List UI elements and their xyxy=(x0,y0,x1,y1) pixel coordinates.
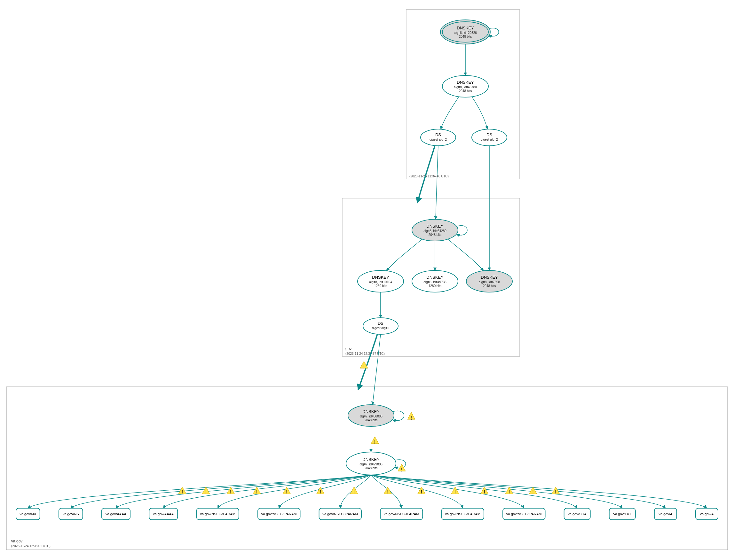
svg-text:!: ! xyxy=(256,490,257,495)
zone-ts-va: (2023-11-24 12:38:01 UTC) xyxy=(11,544,51,548)
rrset-label: va.gov/AAAA xyxy=(153,512,174,516)
node-gov-zsk1[interactable]: DNSKEY alg=8, id=10104 1280 bits xyxy=(357,270,404,292)
svg-text:2048 bits: 2048 bits xyxy=(459,35,472,38)
svg-text:!: ! xyxy=(401,467,402,472)
rrset-label: va.gov/NS xyxy=(63,512,79,516)
node-gov-zsk3[interactable]: DNSKEY alg=8, id=7698 2048 bits xyxy=(466,270,512,292)
node-root-ds2[interactable]: DS digest alg=2 xyxy=(472,129,507,146)
rrset-label: va.gov/NSEC3PARAM xyxy=(506,512,542,516)
svg-text:!: ! xyxy=(421,490,422,495)
svg-text:DNSKEY: DNSKEY xyxy=(457,80,474,85)
svg-text:DS: DS xyxy=(378,321,384,326)
svg-text:alg=8, id=10104: alg=8, id=10104 xyxy=(369,280,392,284)
rrset-label: va.gov/NSEC3PARAM xyxy=(261,512,296,516)
rrset-label: va.gov/NSEC3PARAM xyxy=(384,512,419,516)
edge-vazsk-rrset xyxy=(371,475,577,508)
edge-vaksk-self xyxy=(393,411,404,421)
svg-text:2048 bits: 2048 bits xyxy=(459,89,472,93)
svg-text:2048 bits: 2048 bits xyxy=(364,418,378,422)
svg-text:2048 bits: 2048 bits xyxy=(483,284,496,288)
svg-text:!: ! xyxy=(205,490,207,495)
svg-text:!: ! xyxy=(374,439,376,445)
svg-text:DS: DS xyxy=(487,132,492,137)
svg-point-31 xyxy=(363,318,398,334)
rrset-warnings-group: !!!!!!!!!!!!!! xyxy=(178,487,559,495)
svg-text:!: ! xyxy=(182,490,183,495)
node-root-ksk[interactable]: DNSKEY alg=8, id=20326 2048 bits xyxy=(441,20,490,44)
svg-point-12 xyxy=(472,129,507,146)
svg-text:DNSKEY: DNSKEY xyxy=(481,275,498,280)
svg-text:1280 bits: 1280 bits xyxy=(374,284,387,288)
zone-label-root: . xyxy=(410,169,410,174)
rrset-label: va.gov/AAAA xyxy=(105,512,126,516)
rrset-label: va.gov/NSEC3PARAM xyxy=(445,512,480,516)
svg-text:DNSKEY: DNSKEY xyxy=(426,224,444,229)
warning-icon: ! xyxy=(398,464,406,472)
svg-text:DNSKEY: DNSKEY xyxy=(457,26,474,30)
svg-text:!: ! xyxy=(353,490,355,495)
svg-text:!: ! xyxy=(411,415,412,421)
rrset-label: va.gov/TXT xyxy=(613,512,632,516)
rrset-label: va.gov/MX xyxy=(20,512,36,516)
node-va-ksk[interactable]: DNSKEY alg=7, id=36085 2048 bits xyxy=(348,405,394,426)
edge-vazsk-rrset xyxy=(371,475,622,508)
svg-text:!: ! xyxy=(484,490,485,495)
warning-icon: ! xyxy=(408,412,415,421)
svg-text:digest alg=2: digest alg=2 xyxy=(481,138,498,141)
edge-vazsk-rrset xyxy=(371,475,524,508)
svg-text:2048 bits: 2048 bits xyxy=(429,233,442,237)
node-va-zsk[interactable]: DNSKEY alg=7, id=29808 2048 bits xyxy=(346,452,396,475)
edge-rootzsk-ds1 xyxy=(441,97,459,129)
dnssec-auth-graph: . (2023-11-24 11:34:46 UTC) DNSKEY alg=8… xyxy=(0,0,734,560)
edge-vazsk-rrset xyxy=(116,475,371,508)
zone-label-gov: gov xyxy=(345,346,351,351)
rrset-edges-group xyxy=(28,475,707,508)
svg-text:!: ! xyxy=(286,490,287,495)
svg-text:alg=7, id=36085: alg=7, id=36085 xyxy=(359,415,383,418)
edge-vazsk-rrset xyxy=(371,475,666,508)
svg-text:alg=8, id=49735: alg=8, id=49735 xyxy=(424,280,447,284)
svg-text:!: ! xyxy=(555,490,556,495)
rrset-boxes-group: va.gov/MXva.gov/NSva.gov/AAAAva.gov/AAAA… xyxy=(16,508,718,520)
svg-text:!: ! xyxy=(509,490,510,495)
svg-text:DNSKEY: DNSKEY xyxy=(362,409,380,414)
edge-vazsk-rrset xyxy=(163,475,371,508)
node-gov-ksk[interactable]: DNSKEY alg=8, id=64280 2048 bits xyxy=(412,219,458,241)
svg-point-9 xyxy=(421,129,456,146)
edge-ds1-govzone xyxy=(418,145,435,203)
svg-text:!: ! xyxy=(363,364,364,369)
zone-ts-gov: (2023-11-24 12:37:57 UTC) xyxy=(345,352,385,355)
rrset-label: va.gov/A xyxy=(700,512,714,516)
svg-text:alg=8, id=64280: alg=8, id=64280 xyxy=(424,229,447,233)
svg-text:DNSKEY: DNSKEY xyxy=(426,275,444,280)
svg-text:alg=8, id=7698: alg=8, id=7698 xyxy=(479,280,500,284)
edge-rootzsk-ds2 xyxy=(472,97,488,129)
svg-text:!: ! xyxy=(387,490,388,495)
svg-text:DNSKEY: DNSKEY xyxy=(362,457,380,462)
svg-text:DNSKEY: DNSKEY xyxy=(372,275,389,280)
edge-govksk-zsk1 xyxy=(387,239,422,271)
node-gov-zsk2[interactable]: DNSKEY alg=8, id=49735 1280 bits xyxy=(412,270,458,292)
warning-icon: ! xyxy=(371,437,379,445)
edge-govds-vazone xyxy=(358,334,378,390)
svg-text:alg=7, id=29808: alg=7, id=29808 xyxy=(359,463,383,466)
rrset-label: va.gov/A xyxy=(659,512,672,516)
svg-text:2048 bits: 2048 bits xyxy=(364,466,378,470)
zone-ts-root: (2023-11-24 11:34:46 UTC) xyxy=(410,175,449,178)
svg-text:digest alg=2: digest alg=2 xyxy=(430,138,447,141)
rrset-label: va.gov/NSEC3PARAM xyxy=(200,512,235,516)
node-root-zsk[interactable]: DNSKEY alg=8, id=46780 2048 bits xyxy=(442,75,488,97)
svg-text:alg=8, id=20326: alg=8, id=20326 xyxy=(454,31,477,35)
node-root-ds1[interactable]: DS digest alg=2 xyxy=(421,129,456,146)
node-gov-ds[interactable]: DS digest alg=2 xyxy=(363,318,398,334)
edge-vazsk-rrset xyxy=(218,475,371,508)
svg-text:!: ! xyxy=(532,490,534,495)
svg-text:!: ! xyxy=(230,490,231,495)
svg-text:!: ! xyxy=(455,490,456,495)
rrset-label: va.gov/NSEC3PARAM xyxy=(323,512,358,516)
svg-text:digest alg=2: digest alg=2 xyxy=(372,326,390,330)
edge-ds1-govksk xyxy=(436,146,438,219)
edge-vazsk-rrset xyxy=(71,475,371,508)
svg-text:DS: DS xyxy=(435,132,441,137)
svg-text:alg=8, id=46780: alg=8, id=46780 xyxy=(454,85,477,89)
